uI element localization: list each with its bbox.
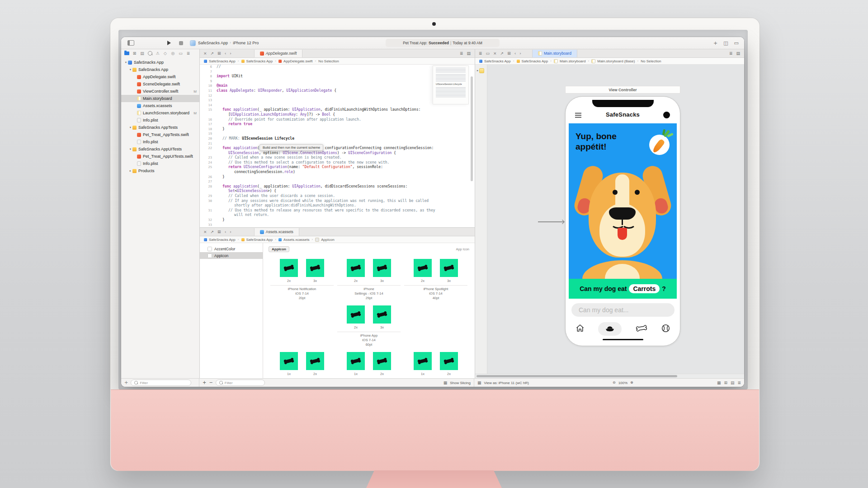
hide-inspector-icon[interactable]: ▭ bbox=[734, 41, 739, 46]
food-tab-selected[interactable] bbox=[598, 322, 622, 336]
editor-control-2[interactable]: ⊞ bbox=[217, 52, 221, 56]
editor-option-1[interactable]: ▤ bbox=[467, 52, 471, 56]
appicon-slot[interactable] bbox=[347, 305, 365, 324]
issue-navigator-icon[interactable]: ⚠ bbox=[155, 51, 160, 56]
minimap[interactable]: UISceneSession Lifecycle bbox=[433, 66, 469, 104]
appicon-slot[interactable] bbox=[373, 352, 391, 370]
assets-control-1[interactable]: ↗ bbox=[211, 230, 214, 234]
file-row-launchscreen-storyboard[interactable]: LaunchScreen.storyboardM bbox=[121, 109, 199, 117]
editor-jump-bar[interactable]: SafeSnacks App›SafeSnacks App›AppDelegat… bbox=[200, 58, 475, 65]
breadcrumb-item[interactable]: Assets.xcassets bbox=[283, 238, 309, 242]
editor-option-0[interactable]: ≣ bbox=[460, 52, 463, 56]
ball-tab-icon[interactable] bbox=[661, 324, 670, 335]
editor-scrollbar[interactable] bbox=[471, 76, 473, 181]
editor-control-1[interactable]: ↗ bbox=[211, 52, 214, 56]
project-navigator-icon[interactable] bbox=[124, 52, 129, 55]
file-row-main-storyboard[interactable]: Main.storyboard bbox=[121, 95, 199, 102]
disclosure-icon[interactable]: ▸ bbox=[128, 169, 132, 173]
storyboard-bottom-icon-0[interactable]: ▦ bbox=[717, 381, 721, 385]
show-slicing-button[interactable]: Show Slicing bbox=[450, 381, 471, 385]
stop-button[interactable] bbox=[179, 37, 183, 49]
file-row-pet-treat-appuitests-swift[interactable]: Pet_Treat_AppUITests.swift bbox=[121, 153, 199, 160]
breadcrumb-item[interactable]: No Selection bbox=[318, 59, 339, 63]
tab-appdelegate[interactable]: AppDelegate.swift bbox=[254, 50, 303, 57]
appicon-slot[interactable] bbox=[306, 259, 324, 277]
test-navigator-icon[interactable]: ◇ bbox=[163, 51, 168, 56]
report-navigator-icon[interactable]: ≣ bbox=[186, 51, 191, 56]
asset-set-appicon[interactable]: AppIcon bbox=[200, 252, 263, 259]
search-input[interactable]: Can my dog eat... bbox=[571, 303, 675, 317]
assets-control-3[interactable]: ‹ bbox=[225, 230, 226, 234]
add-asset-button[interactable]: + bbox=[203, 380, 206, 385]
breadcrumb-item[interactable]: Main.storyboard (Base) bbox=[597, 59, 635, 63]
tab-assets[interactable]: Assets.xcassets bbox=[254, 228, 299, 236]
storyboard-bottom-icon-2[interactable]: ▤ bbox=[731, 381, 735, 385]
editor-control-0[interactable]: × bbox=[203, 52, 207, 56]
view-as-control[interactable]: View as: iPhone 11 (wC hR) bbox=[484, 381, 529, 385]
appicon-slot[interactable] bbox=[440, 352, 458, 370]
breadcrumb-item[interactable]: SafeSnacks App bbox=[246, 59, 273, 63]
file-row-viewcontroller-swift[interactable]: ViewController.swiftM bbox=[121, 88, 199, 95]
view-controller-label[interactable]: View Controller bbox=[565, 86, 680, 94]
storyboard-jump-bar[interactable]: SafeSnacks App›SafeSnacks App›Main.story… bbox=[475, 58, 744, 65]
appicon-slot[interactable] bbox=[414, 352, 432, 370]
storyboard-option-0[interactable]: ≣ bbox=[729, 52, 733, 56]
storyboard-control-2[interactable]: ⊞ bbox=[507, 52, 511, 56]
file-row-info-plist[interactable]: Info.plist bbox=[121, 160, 199, 167]
disclosure-icon[interactable]: ▾ bbox=[128, 126, 132, 129]
zoom-level[interactable]: 100% bbox=[618, 381, 627, 385]
source-editor[interactable]: 6//78import UIKit910@main11class AppDele… bbox=[200, 65, 475, 227]
remove-asset-button[interactable]: − bbox=[209, 380, 212, 385]
library-add-icon[interactable]: + bbox=[713, 41, 717, 46]
breadcrumb-item[interactable]: SafeSnacks App bbox=[246, 238, 273, 242]
disclosure-icon[interactable]: ▾ bbox=[128, 68, 132, 71]
scheme-selector[interactable]: SafeSnacks App › iPhone 12 Pro bbox=[190, 37, 259, 49]
storyboard-bottom-icon-1[interactable]: ⊞ bbox=[724, 381, 727, 385]
breadcrumb-item[interactable]: AppDelegate.swift bbox=[283, 59, 312, 63]
storyboard-control-3[interactable]: ‹ bbox=[514, 52, 516, 56]
editor-layout-icon[interactable]: ◫ bbox=[723, 41, 728, 46]
appicon-slot[interactable] bbox=[414, 259, 432, 277]
home-tab-icon[interactable] bbox=[575, 323, 585, 335]
canvas-horizontal-scrollbar[interactable] bbox=[475, 374, 744, 378]
storyboard-control-4[interactable]: › bbox=[519, 52, 521, 56]
run-button[interactable] bbox=[167, 37, 171, 49]
breadcrumb-item[interactable]: SafeSnacks App bbox=[209, 238, 236, 242]
disclosure-icon[interactable]: ▾ bbox=[124, 61, 128, 64]
file-row-info-plist[interactable]: Info.plist bbox=[121, 138, 199, 145]
assets-control-4[interactable]: › bbox=[230, 230, 231, 234]
debug-navigator-icon[interactable]: ◎ bbox=[170, 51, 175, 56]
file-row-info-plist[interactable]: Info.plist bbox=[121, 117, 199, 124]
activity-status[interactable]: Pet Treat App: Succeeded | Today at 9:40… bbox=[386, 39, 500, 47]
breakpoint-navigator-icon[interactable]: ▭ bbox=[178, 51, 183, 56]
file-row-safesnacks-app[interactable]: ▾SafeSnacks App bbox=[121, 59, 199, 66]
bone-tab-icon[interactable] bbox=[635, 324, 648, 334]
appicon-slot[interactable] bbox=[373, 259, 391, 277]
toggle-navigator-button[interactable] bbox=[127, 37, 134, 49]
storyboard-control-0[interactable]: × bbox=[493, 52, 497, 56]
appicon-slot[interactable] bbox=[347, 259, 365, 277]
appicon-slot[interactable] bbox=[280, 259, 298, 277]
editor-control-4[interactable]: › bbox=[230, 52, 231, 56]
appicon-slot[interactable] bbox=[280, 352, 298, 370]
breadcrumb-item[interactable]: SafeSnacks App bbox=[209, 59, 236, 63]
breadcrumb-item[interactable]: AppIcon bbox=[321, 238, 334, 242]
editor-control-3[interactable]: ‹ bbox=[225, 52, 226, 56]
appicon-slot[interactable] bbox=[373, 305, 391, 324]
storyboard-extra-0[interactable]: ≣ bbox=[479, 52, 482, 56]
file-row-safesnacks-app[interactable]: ▾SafeSnacks App bbox=[121, 66, 199, 73]
document-outline-strip[interactable]: ▸ bbox=[475, 65, 487, 378]
find-navigator-icon[interactable] bbox=[147, 51, 152, 56]
breadcrumb-item[interactable]: Main.storyboard bbox=[560, 59, 585, 63]
assets-control-2[interactable]: ⊞ bbox=[217, 230, 221, 234]
disclosure-icon[interactable]: ▾ bbox=[128, 148, 132, 151]
file-row-assets-xcassets[interactable]: Assets.xcassets bbox=[121, 102, 199, 109]
file-row-products[interactable]: ▸Products bbox=[121, 167, 199, 174]
tab-storyboard[interactable]: Main.storyboard bbox=[532, 50, 577, 57]
storyboard-canvas[interactable]: ▸ View Controller SafeSnacks bbox=[475, 65, 744, 378]
source-control-navigator-icon[interactable]: ⊠ bbox=[132, 51, 137, 56]
appicon-slot[interactable] bbox=[347, 352, 365, 370]
storyboard-option-1[interactable]: ▤ bbox=[736, 52, 740, 56]
breadcrumb-item[interactable]: No Selection bbox=[641, 59, 661, 63]
appicon-slot[interactable] bbox=[306, 352, 324, 370]
